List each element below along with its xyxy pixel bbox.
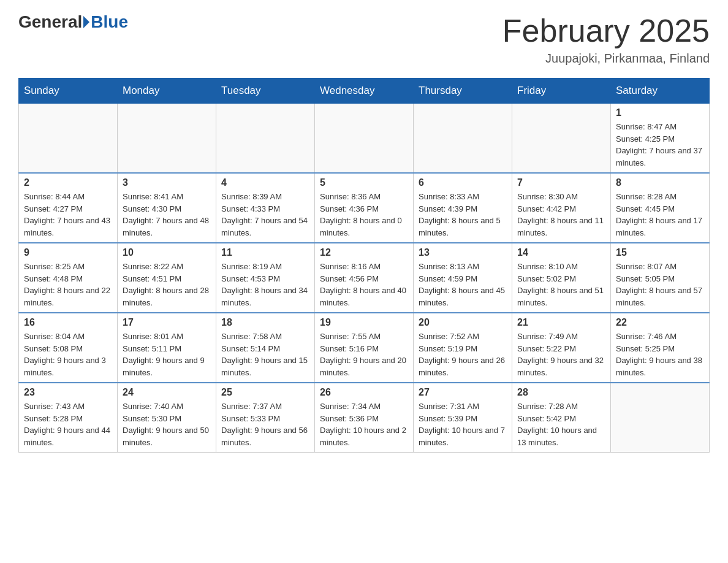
calendar-cell: 14Sunrise: 8:10 AM Sunset: 5:02 PM Dayli… <box>512 243 611 313</box>
day-info: Sunrise: 7:49 AM Sunset: 5:22 PM Dayligh… <box>517 331 605 378</box>
day-number: 26 <box>320 387 408 398</box>
day-number: 19 <box>320 317 408 328</box>
day-info: Sunrise: 7:34 AM Sunset: 5:36 PM Dayligh… <box>320 400 408 448</box>
calendar-cell: 15Sunrise: 8:07 AM Sunset: 5:05 PM Dayli… <box>611 243 710 313</box>
day-info: Sunrise: 8:25 AM Sunset: 4:48 PM Dayligh… <box>24 261 112 308</box>
day-number: 18 <box>221 317 309 328</box>
calendar-cell: 25Sunrise: 7:37 AM Sunset: 5:33 PM Dayli… <box>216 383 315 453</box>
calendar-cell: 7Sunrise: 8:30 AM Sunset: 4:42 PM Daylig… <box>512 173 611 243</box>
weekday-header-friday: Friday <box>512 79 611 104</box>
calendar-cell: 4Sunrise: 8:39 AM Sunset: 4:33 PM Daylig… <box>216 173 315 243</box>
day-number: 25 <box>221 387 309 398</box>
day-info: Sunrise: 7:28 AM Sunset: 5:42 PM Dayligh… <box>517 400 605 448</box>
day-info: Sunrise: 7:40 AM Sunset: 5:30 PM Dayligh… <box>123 400 211 448</box>
calendar-cell: 17Sunrise: 8:01 AM Sunset: 5:11 PM Dayli… <box>118 313 216 383</box>
calendar-cell: 9Sunrise: 8:25 AM Sunset: 4:48 PM Daylig… <box>19 243 118 313</box>
day-info: Sunrise: 8:28 AM Sunset: 4:45 PM Dayligh… <box>616 191 704 239</box>
day-info: Sunrise: 8:01 AM Sunset: 5:11 PM Dayligh… <box>123 331 211 378</box>
calendar-cell: 11Sunrise: 8:19 AM Sunset: 4:53 PM Dayli… <box>216 243 315 313</box>
day-info: Sunrise: 7:58 AM Sunset: 5:14 PM Dayligh… <box>221 331 309 378</box>
calendar-cell: 21Sunrise: 7:49 AM Sunset: 5:22 PM Dayli… <box>512 313 611 383</box>
calendar-title: February 2025 <box>502 12 710 49</box>
day-info: Sunrise: 7:52 AM Sunset: 5:19 PM Dayligh… <box>419 331 507 378</box>
day-number: 27 <box>419 387 507 398</box>
day-info: Sunrise: 8:36 AM Sunset: 4:36 PM Dayligh… <box>320 191 408 239</box>
day-info: Sunrise: 7:37 AM Sunset: 5:33 PM Dayligh… <box>221 400 309 448</box>
calendar-cell: 8Sunrise: 8:28 AM Sunset: 4:45 PM Daylig… <box>611 173 710 243</box>
day-info: Sunrise: 8:16 AM Sunset: 4:56 PM Dayligh… <box>320 261 408 308</box>
calendar-cell: 1Sunrise: 8:47 AM Sunset: 4:25 PM Daylig… <box>611 104 710 174</box>
calendar-cell: 16Sunrise: 8:04 AM Sunset: 5:08 PM Dayli… <box>19 313 118 383</box>
calendar-cell <box>611 383 710 453</box>
weekday-header-row: SundayMondayTuesdayWednesdayThursdayFrid… <box>19 79 710 104</box>
logo-general-text: General <box>18 12 82 32</box>
day-number: 1 <box>616 107 704 118</box>
day-number: 21 <box>517 317 605 328</box>
day-number: 9 <box>24 247 112 258</box>
calendar-cell <box>19 104 118 174</box>
day-info: Sunrise: 8:04 AM Sunset: 5:08 PM Dayligh… <box>24 331 112 378</box>
day-number: 20 <box>419 317 507 328</box>
day-number: 28 <box>517 387 605 398</box>
calendar-cell: 3Sunrise: 8:41 AM Sunset: 4:30 PM Daylig… <box>118 173 216 243</box>
calendar-cell: 18Sunrise: 7:58 AM Sunset: 5:14 PM Dayli… <box>216 313 315 383</box>
day-number: 12 <box>320 247 408 258</box>
day-info: Sunrise: 7:31 AM Sunset: 5:39 PM Dayligh… <box>419 400 507 448</box>
day-number: 16 <box>24 317 112 328</box>
page-header: General Blue February 2025 Juupajoki, Pi… <box>18 12 710 66</box>
calendar-cell <box>414 104 512 174</box>
weekday-header-wednesday: Wednesday <box>315 79 414 104</box>
day-info: Sunrise: 7:46 AM Sunset: 5:25 PM Dayligh… <box>616 331 704 378</box>
day-info: Sunrise: 8:07 AM Sunset: 5:05 PM Dayligh… <box>616 261 704 308</box>
day-number: 14 <box>517 247 605 258</box>
day-number: 23 <box>24 387 112 398</box>
calendar-cell <box>315 104 414 174</box>
calendar-cell: 23Sunrise: 7:43 AM Sunset: 5:28 PM Dayli… <box>19 383 118 453</box>
day-number: 8 <box>616 177 704 188</box>
weekday-header-thursday: Thursday <box>414 79 512 104</box>
weekday-header-monday: Monday <box>118 79 216 104</box>
day-info: Sunrise: 8:30 AM Sunset: 4:42 PM Dayligh… <box>517 191 605 239</box>
title-section: February 2025 Juupajoki, Pirkanmaa, Finl… <box>502 12 710 66</box>
calendar-cell: 26Sunrise: 7:34 AM Sunset: 5:36 PM Dayli… <box>315 383 414 453</box>
weekday-header-saturday: Saturday <box>611 79 710 104</box>
calendar-cell <box>118 104 216 174</box>
day-number: 22 <box>616 317 704 328</box>
calendar-cell: 27Sunrise: 7:31 AM Sunset: 5:39 PM Dayli… <box>414 383 512 453</box>
day-number: 2 <box>24 177 112 188</box>
calendar-cell <box>216 104 315 174</box>
day-info: Sunrise: 7:43 AM Sunset: 5:28 PM Dayligh… <box>24 400 112 448</box>
day-number: 11 <box>221 247 309 258</box>
day-number: 24 <box>123 387 211 398</box>
logo-arrow-icon <box>83 16 89 28</box>
day-info: Sunrise: 8:47 AM Sunset: 4:25 PM Dayligh… <box>616 121 704 169</box>
logo-blue-text: Blue <box>91 12 128 32</box>
day-info: Sunrise: 8:39 AM Sunset: 4:33 PM Dayligh… <box>221 191 309 239</box>
calendar-cell: 10Sunrise: 8:22 AM Sunset: 4:51 PM Dayli… <box>118 243 216 313</box>
day-info: Sunrise: 8:41 AM Sunset: 4:30 PM Dayligh… <box>123 191 211 239</box>
weekday-header-sunday: Sunday <box>19 79 118 104</box>
day-number: 15 <box>616 247 704 258</box>
calendar-cell: 24Sunrise: 7:40 AM Sunset: 5:30 PM Dayli… <box>118 383 216 453</box>
day-number: 13 <box>419 247 507 258</box>
day-number: 17 <box>123 317 211 328</box>
day-number: 6 <box>419 177 507 188</box>
calendar-cell: 6Sunrise: 8:33 AM Sunset: 4:39 PM Daylig… <box>414 173 512 243</box>
day-info: Sunrise: 7:55 AM Sunset: 5:16 PM Dayligh… <box>320 331 408 378</box>
day-number: 7 <box>517 177 605 188</box>
calendar-cell: 20Sunrise: 7:52 AM Sunset: 5:19 PM Dayli… <box>414 313 512 383</box>
calendar-cell <box>512 104 611 174</box>
calendar-cell: 28Sunrise: 7:28 AM Sunset: 5:42 PM Dayli… <box>512 383 611 453</box>
day-info: Sunrise: 8:22 AM Sunset: 4:51 PM Dayligh… <box>123 261 211 308</box>
calendar-cell: 5Sunrise: 8:36 AM Sunset: 4:36 PM Daylig… <box>315 173 414 243</box>
day-info: Sunrise: 8:13 AM Sunset: 4:59 PM Dayligh… <box>419 261 507 308</box>
day-number: 3 <box>123 177 211 188</box>
day-info: Sunrise: 8:19 AM Sunset: 4:53 PM Dayligh… <box>221 261 309 308</box>
logo: General Blue <box>18 12 128 32</box>
calendar-cell: 2Sunrise: 8:44 AM Sunset: 4:27 PM Daylig… <box>19 173 118 243</box>
week-row-4: 16Sunrise: 8:04 AM Sunset: 5:08 PM Dayli… <box>19 313 710 383</box>
day-number: 10 <box>123 247 211 258</box>
weekday-header-tuesday: Tuesday <box>216 79 315 104</box>
week-row-2: 2Sunrise: 8:44 AM Sunset: 4:27 PM Daylig… <box>19 173 710 243</box>
day-info: Sunrise: 8:33 AM Sunset: 4:39 PM Dayligh… <box>419 191 507 239</box>
